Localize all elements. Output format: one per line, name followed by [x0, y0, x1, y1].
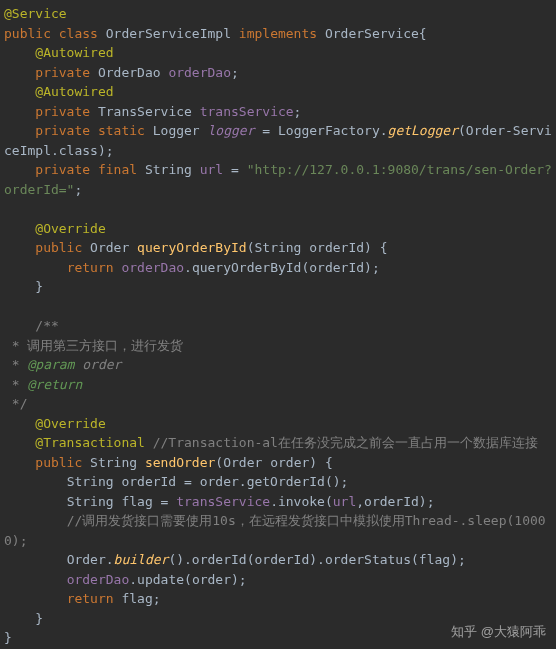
- brace: {: [325, 455, 333, 470]
- arg: url: [333, 494, 356, 509]
- kw: implements: [239, 26, 317, 41]
- annotation: @Autowired: [35, 45, 113, 60]
- semi: ;: [153, 591, 161, 606]
- field: url: [200, 162, 223, 177]
- ref: transService: [176, 494, 270, 509]
- cls: LoggerFactory: [278, 123, 380, 138]
- ref: orderDao: [121, 260, 184, 275]
- brace: {: [419, 26, 427, 41]
- call: queryOrderById: [192, 260, 302, 275]
- brace: }: [4, 630, 12, 645]
- call: invoke: [278, 494, 325, 509]
- kw: class: [59, 26, 98, 41]
- type: String: [90, 455, 137, 470]
- semi: ;: [239, 572, 247, 587]
- semi: ;: [427, 494, 435, 509]
- semi: ;: [106, 143, 114, 158]
- field: logger: [208, 123, 255, 138]
- eq: =: [255, 123, 278, 138]
- dot: .: [184, 260, 192, 275]
- doc-tag: @return: [27, 377, 82, 392]
- kw: private: [35, 65, 90, 80]
- comment: */: [4, 396, 27, 411]
- annotation: @Autowired: [35, 84, 113, 99]
- comment: /**: [35, 318, 58, 333]
- comment: *: [4, 377, 27, 392]
- ref: flag: [121, 591, 152, 606]
- code-block: @Service public class OrderServiceImpl i…: [0, 0, 556, 649]
- eq: =: [223, 162, 246, 177]
- doc-tag: @param: [27, 357, 74, 372]
- ptype: String: [254, 240, 301, 255]
- kw: final: [98, 162, 137, 177]
- fn: builder: [114, 552, 169, 567]
- brace: }: [35, 279, 43, 294]
- paren: (: [325, 494, 333, 509]
- dot: .: [380, 123, 388, 138]
- semi: ;: [74, 182, 82, 197]
- kw: return: [67, 260, 114, 275]
- pname: order: [270, 455, 309, 470]
- comment: *: [4, 357, 27, 372]
- doc-param: order: [82, 357, 121, 372]
- semi: ;: [372, 260, 380, 275]
- type: TransService: [98, 104, 192, 119]
- arg: orderId: [309, 260, 364, 275]
- annotation: @Override: [35, 416, 105, 431]
- kw: return: [67, 591, 114, 606]
- kw: private: [35, 104, 90, 119]
- fn: queryOrderById: [137, 240, 247, 255]
- dotclass: .class: [51, 143, 98, 158]
- field: orderDao: [168, 65, 231, 80]
- class-name: OrderServiceImpl: [106, 26, 231, 41]
- type: Order: [90, 240, 129, 255]
- comment: //调用发货接口需要使用10s，在远程发货接口中模拟使用Thread‐.slee…: [4, 513, 546, 548]
- ptype: Order: [223, 455, 262, 470]
- annotation: @Override: [35, 221, 105, 236]
- pname: orderId: [309, 240, 364, 255]
- stmt: Order.: [67, 552, 114, 567]
- ref: orderDao: [67, 572, 130, 587]
- kw: public: [35, 240, 82, 255]
- fn: sendOrder: [145, 455, 215, 470]
- brace: }: [35, 611, 43, 626]
- stmt: String orderId = order.getOrderId();: [67, 474, 349, 489]
- comment: //Transaction‐al在任务没完成之前会一直占用一个数据库连接: [153, 435, 538, 450]
- annotation: @Transactional: [35, 435, 145, 450]
- semi: ;: [294, 104, 302, 119]
- stmt: .update(: [129, 572, 192, 587]
- kw: private: [35, 162, 90, 177]
- arg: order: [192, 572, 231, 587]
- paren: ): [231, 572, 239, 587]
- semi: ;: [231, 65, 239, 80]
- annotation: @Service: [4, 6, 67, 21]
- paren: ): [419, 494, 427, 509]
- type: Logger: [153, 123, 200, 138]
- iface-name: OrderService: [325, 26, 419, 41]
- paren: ): [309, 455, 317, 470]
- dot: .: [270, 494, 278, 509]
- paren: (: [215, 455, 223, 470]
- comma: ,: [356, 494, 364, 509]
- kw: static: [98, 123, 145, 138]
- stmt: String flag =: [67, 494, 177, 509]
- stmt: ().orderId(orderId).orderStatus(flag);: [168, 552, 465, 567]
- brace: {: [380, 240, 388, 255]
- fn: getLogger: [388, 123, 458, 138]
- paren: (: [458, 123, 466, 138]
- paren: ): [364, 240, 372, 255]
- comment: * 调用第三方接口，进行发货: [4, 338, 183, 353]
- paren: ): [98, 143, 106, 158]
- paren: ): [364, 260, 372, 275]
- kw: private: [35, 123, 90, 138]
- type: String: [145, 162, 192, 177]
- kw: public: [35, 455, 82, 470]
- kw: public: [4, 26, 51, 41]
- field: transService: [200, 104, 294, 119]
- arg: orderId: [364, 494, 419, 509]
- type: OrderDao: [98, 65, 161, 80]
